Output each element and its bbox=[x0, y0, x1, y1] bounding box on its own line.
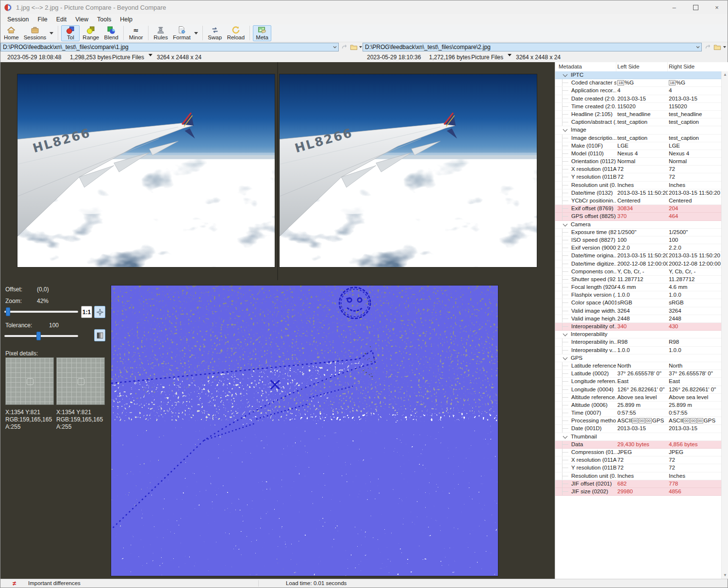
menu-item-session[interactable]: Session bbox=[3, 15, 33, 24]
metadata-row[interactable]: Date/time (0132)2013-03-15 11:50:202013-… bbox=[555, 189, 721, 197]
metadata-row[interactable]: Focal length (920A)4.6 mm4.6 mm bbox=[555, 284, 721, 291]
right-side-column-header[interactable]: Right Side bbox=[668, 62, 728, 71]
metadata-row[interactable]: Exif version (9000)2.2.02.2.0 bbox=[555, 244, 721, 252]
menu-item-help[interactable]: Help bbox=[116, 15, 137, 24]
metadata-row[interactable]: Data29,430 bytes4,856 bytes bbox=[555, 441, 721, 449]
metadata-row[interactable]: Headline (2:105)test_headlinetest_headli… bbox=[555, 111, 721, 118]
menu-item-edit[interactable]: Edit bbox=[52, 15, 71, 24]
metadata-row[interactable]: Valid image width...32643264 bbox=[555, 307, 721, 315]
blend-button[interactable]: Blend bbox=[102, 25, 120, 41]
metadata-row[interactable]: Components con...Y, Cb, Cr, -Y, Cb, Cr, … bbox=[555, 268, 721, 276]
left-file-type-dropdown[interactable]: Picture Files bbox=[112, 54, 144, 61]
left-browse-caret-icon[interactable] bbox=[359, 46, 362, 48]
scroll-up-icon[interactable]: ▲ bbox=[722, 71, 728, 78]
chevron-down-icon[interactable] bbox=[694, 43, 701, 51]
difference-view[interactable] bbox=[111, 286, 498, 576]
format-button[interactable]: Format bbox=[171, 25, 192, 41]
left-image-view[interactable] bbox=[17, 74, 275, 267]
metadata-section-image[interactable]: Image bbox=[555, 126, 721, 134]
left-side-column-header[interactable]: Left Side bbox=[616, 62, 668, 71]
metadata-row[interactable]: Date created (2:0...2013-03-152013-03-15 bbox=[555, 95, 721, 103]
metadata-row[interactable]: Color space (A001)sRGBsRGB bbox=[555, 299, 721, 307]
swap-button[interactable]: Swap bbox=[206, 25, 224, 41]
metadata-row[interactable]: Coded character s...1B%G1B%G bbox=[555, 79, 721, 87]
rules-button[interactable]: Rules bbox=[151, 25, 170, 41]
metadata-row[interactable]: Resolution unit (0...InchesInches bbox=[555, 182, 721, 189]
left-path-input[interactable]: D:\PROG\feedback\xn\_test\_files\compare… bbox=[0, 43, 339, 51]
home-button[interactable]: Home bbox=[2, 25, 21, 41]
metadata-section-gps[interactable]: GPS bbox=[555, 354, 721, 362]
metadata-row[interactable]: Image descriptio...test_captiontest_capt… bbox=[555, 134, 721, 142]
metadata-row[interactable]: Application recor...44 bbox=[555, 87, 721, 95]
metadata-row[interactable]: JIF offset (0201)682778 bbox=[555, 480, 721, 488]
metadata-section-interoperability[interactable]: Interoperability bbox=[555, 331, 721, 338]
metadata-row[interactable]: Time created (2:0...115020115020 bbox=[555, 103, 721, 111]
metadata-row[interactable]: Flashpix version (...1.0.01.0.0 bbox=[555, 291, 721, 299]
zoom-slider[interactable] bbox=[4, 311, 78, 313]
right-browse-folder-icon[interactable] bbox=[713, 43, 721, 51]
menu-item-tools[interactable]: Tools bbox=[93, 15, 116, 24]
tolerance-slider-thumb[interactable] bbox=[36, 332, 41, 340]
sessions-dropdown-caret-icon[interactable] bbox=[50, 32, 53, 34]
zoom-slider-thumb[interactable] bbox=[6, 307, 10, 316]
metadata-row[interactable]: Exif offset (8769)30834204 bbox=[555, 205, 721, 213]
metadata-scrollbar[interactable]: ▲ ▼ bbox=[721, 71, 728, 579]
metadata-row[interactable]: Model (0110)Nexus 4Nexus 4 bbox=[555, 150, 721, 158]
right-file-type-caret-icon[interactable] bbox=[508, 54, 512, 56]
metadata-row[interactable]: Longitude (0004)126° 26.822661' 0"126° 2… bbox=[555, 386, 721, 394]
format-dropdown-caret-icon[interactable] bbox=[194, 32, 198, 34]
metadata-column-header[interactable]: Metadata bbox=[555, 62, 616, 71]
metadata-row[interactable]: Interoperability in...R98R98 bbox=[555, 338, 721, 346]
menu-item-file[interactable]: File bbox=[33, 15, 51, 24]
metadata-row[interactable]: Interoperability v...1.0.01.0.0 bbox=[555, 347, 721, 354]
metadata-row[interactable]: Date (001D)2013-03-152013-03-15 bbox=[555, 425, 721, 433]
metadata-row[interactable]: Time (0007)0:57:550:57:55 bbox=[555, 409, 721, 417]
metadata-row[interactable]: Resolution unit (0...InchesInches bbox=[555, 472, 721, 480]
metadata-row[interactable]: Caption/abstract (...test_captiontest_ca… bbox=[555, 118, 721, 126]
metadata-section-camera[interactable]: Camera bbox=[555, 221, 721, 229]
metadata-row[interactable]: Latitude (0002)37° 26.655578' 0"37° 26.6… bbox=[555, 370, 721, 378]
metadata-row[interactable]: Exposure time (82...1/2500"1/2500" bbox=[555, 229, 721, 236]
metadata-row[interactable]: Orientation (0112)NormalNormal bbox=[555, 158, 721, 166]
metadata-row[interactable]: X resolution (011A)7272 bbox=[555, 166, 721, 173]
left-browse-folder-icon[interactable] bbox=[349, 43, 358, 51]
close-button[interactable]: × bbox=[706, 0, 728, 14]
reload-button[interactable]: Reload bbox=[225, 25, 247, 41]
metadata-row[interactable]: Make (010F)LGELGE bbox=[555, 142, 721, 150]
right-image-view[interactable] bbox=[280, 74, 537, 267]
zoom-1to1-button[interactable]: 1:1 bbox=[81, 306, 92, 318]
metadata-row[interactable]: Date/time origina...2013-03-15 11:50:202… bbox=[555, 252, 721, 260]
minor-button[interactable]: ≈Minor bbox=[127, 25, 145, 41]
metadata-row[interactable]: Latitude reference...NorthNorth bbox=[555, 362, 721, 370]
tolerance-mode-button[interactable] bbox=[94, 329, 105, 341]
metadata-row[interactable]: GPS offset (8825)370464 bbox=[555, 213, 721, 220]
metadata-row[interactable]: Altitude (0006)25.899 m25.899 m bbox=[555, 402, 721, 409]
metadata-row[interactable]: Altitude reference...Above sea levelAbov… bbox=[555, 394, 721, 402]
metadata-row[interactable]: Y resolution (011B)7272 bbox=[555, 173, 721, 181]
tolerance-slider[interactable] bbox=[4, 335, 78, 337]
metadata-row[interactable]: Processing metho...ASCII000000GPSASCII00… bbox=[555, 417, 721, 425]
pane-divider[interactable] bbox=[277, 62, 278, 280]
metadata-row[interactable]: Shutter speed (92...11.28771211.287712 bbox=[555, 276, 721, 284]
metadata-section-thumbnail[interactable]: Thumbnail bbox=[555, 433, 721, 441]
chevron-down-icon[interactable] bbox=[331, 43, 338, 51]
scroll-down-icon[interactable]: ▼ bbox=[722, 572, 728, 579]
metadata-row[interactable]: YCbCr positionin...CenteredCentered bbox=[555, 197, 721, 205]
right-file-type-dropdown[interactable]: Picture Files bbox=[471, 54, 503, 61]
maximize-button[interactable] bbox=[685, 0, 706, 14]
right-browse-caret-icon[interactable] bbox=[723, 46, 726, 48]
right-path-input[interactable]: D:\PROG\feedback\xn\_test\_files\compare… bbox=[363, 43, 702, 51]
meta-button[interactable]: Meta bbox=[253, 25, 271, 41]
metadata-section-iptc[interactable]: IPTC bbox=[555, 71, 721, 79]
left-file-type-caret-icon[interactable] bbox=[149, 54, 152, 56]
fit-to-window-button[interactable] bbox=[94, 306, 105, 318]
metadata-row[interactable]: Valid image heigh...24482448 bbox=[555, 315, 721, 323]
menu-item-view[interactable]: View bbox=[71, 15, 93, 24]
left-copy-to-right-icon[interactable] bbox=[340, 43, 348, 51]
minimize-button[interactable]: – bbox=[663, 0, 685, 14]
metadata-row[interactable]: ISO speed (8827)100100 bbox=[555, 236, 721, 244]
metadata-row[interactable]: Longitude referen...EastEast bbox=[555, 378, 721, 386]
metadata-row[interactable]: JIF size (0202)299804856 bbox=[555, 488, 721, 496]
metadata-row[interactable]: Compression (01...JPEGJPEG bbox=[555, 449, 721, 456]
right-copy-to-left-icon[interactable] bbox=[704, 43, 712, 51]
